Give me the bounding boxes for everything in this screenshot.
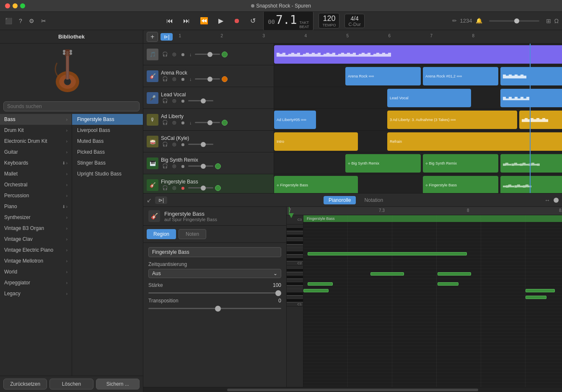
minimize-button[interactable] [13, 3, 18, 8]
piano-key-bb2[interactable] [287, 269, 303, 272]
region-lead-vocal-1[interactable]: Lead Vocal [387, 89, 471, 107]
socal-volume[interactable] [188, 144, 213, 145]
note-3[interactable] [370, 272, 404, 276]
region-socal-intro[interactable]: Intro [274, 132, 358, 151]
piano-key-gb[interactable] [287, 241, 303, 245]
region-ad-liberty-1[interactable]: Ad Liberty#05 ∞∞ [274, 111, 316, 129]
region-fingerstyle-2[interactable]: ⟡ Fingerstyle Bass [423, 176, 498, 193]
quantize-dropdown[interactable]: Aus ⌄ [148, 269, 281, 278]
save-button[interactable]: Sichern ... [96, 379, 140, 389]
help-button[interactable]: ? [17, 16, 24, 26]
region-arena-rock-2[interactable]: Arena Rock #01,2 ∞∞ [423, 67, 498, 85]
piano-key-e[interactable] [287, 248, 303, 251]
tab-pianorolle[interactable]: Pianorolle [324, 196, 356, 204]
track-1-solo[interactable]: ◎ [171, 51, 178, 57]
big-synth-mute[interactable]: 🎧 [161, 163, 169, 169]
sidebar-item-orchestral[interactable]: Orchestral › [0, 179, 72, 190]
arena-rock-volume[interactable] [195, 78, 220, 80]
region-ad-liberty-3[interactable]: ▅▇▅▇▅▇▅▇▅ [519, 111, 562, 129]
piano-key-ab2[interactable] [287, 276, 303, 279]
sidebar-item-vintage-mellotron[interactable]: Vintage Mellotron › [0, 255, 72, 266]
note-4[interactable] [438, 272, 471, 276]
piano-key-g2[interactable] [287, 279, 303, 282]
pencil-icon[interactable]: ✏ [452, 18, 457, 24]
big-synth-volume[interactable] [188, 165, 213, 167]
region-big-synth-2[interactable]: ⟡ Big Synth Remix [423, 154, 498, 173]
piano-roll-knob[interactable] [554, 198, 559, 203]
horizontal-scrollbar[interactable] [143, 387, 562, 392]
sidebar-item-piano[interactable]: Piano ⬇ › [0, 201, 72, 212]
master-volume-thumb[interactable] [514, 18, 519, 23]
region-fingerstyle-3[interactable]: ▃▄▅▃▄▅▃▄▅▃ [500, 176, 562, 193]
track-1-volume[interactable] [195, 54, 220, 55]
piano-key-gb2[interactable] [287, 282, 303, 286]
scrollbar-thumb[interactable] [227, 389, 478, 391]
region-big-synth-1[interactable]: ⟡ Big Synth Remix [345, 154, 421, 173]
record-button[interactable]: ⏺ [231, 15, 243, 26]
big-synth-solo[interactable]: ◎ [171, 163, 178, 169]
ad-liberty-record[interactable]: ⏺ [179, 120, 186, 126]
socal-record[interactable]: ⏺ [179, 142, 186, 147]
add-track-button[interactable]: + [147, 32, 158, 42]
note-7[interactable] [526, 289, 555, 292]
tempo-display[interactable]: 120 TEMPO [319, 13, 339, 28]
subcat-fingerstyle[interactable]: Fingerstyle Bass [72, 114, 143, 125]
big-synth-record[interactable]: ⏺ [179, 163, 186, 169]
region-fingerstyle-1[interactable]: ⟡ Fingerstyle Bass [274, 176, 358, 193]
sidebar-item-arpeggiator[interactable]: Arpeggiator › [0, 277, 72, 288]
fingerstyle-solo[interactable]: ◎ [171, 185, 178, 191]
lead-vocal-solo[interactable]: ◎ [171, 98, 178, 104]
equalizer-icon[interactable]: Ω [554, 18, 559, 24]
region-lead-vocal-2[interactable]: ▆▃▆▃▆▃▆▃▆ [500, 89, 562, 107]
fingerstyle-mute[interactable]: 🎧 [161, 185, 169, 191]
socal-mute[interactable]: 🎧 [161, 141, 169, 147]
track-1-mute[interactable]: 🎧 [161, 51, 169, 57]
tab-noten[interactable]: Noten [179, 229, 206, 239]
subcat-stinger[interactable]: Stinger Bass [72, 157, 143, 168]
piano-key-d2[interactable] [287, 296, 303, 299]
smart-controls-button[interactable]: ⊳| [161, 33, 173, 41]
ad-liberty-mute[interactable]: 🎧 [161, 119, 169, 126]
region-ad-liberty-2[interactable]: 3 Ad Liberty: 3. Aufnahme (3 Takes) ∞∞ [387, 111, 517, 129]
region-arena-rock-3[interactable]: ▇▅▇▅▇▅▇▅ [500, 67, 562, 85]
sidebar-item-guitar[interactable]: Guitar › [0, 147, 72, 157]
sidebar-item-synthesizer[interactable]: Synthesizer › [0, 212, 72, 223]
subcat-muted[interactable]: Muted Bass [72, 136, 143, 147]
sidebar-item-legacy[interactable]: Legacy › [0, 288, 72, 299]
arena-rock-record[interactable]: ⏺ [179, 76, 186, 82]
piano-key-a2[interactable] [287, 272, 303, 276]
ad-liberty-knob[interactable] [222, 120, 228, 126]
region-arena-rock-1[interactable]: Arena Rock ∞∞ [345, 67, 421, 85]
subcat-picked[interactable]: Picked Bass [72, 147, 143, 157]
lead-vocal-mute[interactable]: 🎧 [161, 98, 169, 104]
sidebar-toggle-button[interactable]: ⬛ [3, 16, 14, 26]
track-1-knob[interactable] [222, 52, 228, 57]
transpose-slider[interactable] [148, 308, 281, 309]
rewind-button[interactable]: ⏮ [164, 15, 176, 26]
piano-key-ab[interactable] [287, 235, 303, 238]
sidebar-item-percussion[interactable]: Percussion › [0, 190, 72, 201]
skip-back-button[interactable]: ⏪ [197, 15, 211, 26]
track-1-input[interactable]: ↓ [188, 52, 193, 57]
note-grid[interactable]: Fingerstyle Bass [303, 215, 562, 392]
piano-key-f[interactable] [287, 245, 303, 248]
piano-key-db[interactable] [287, 258, 303, 261]
piano-key-eb[interactable] [287, 251, 303, 255]
note-8[interactable] [526, 296, 546, 299]
arena-rock-solo[interactable]: ◎ [171, 76, 178, 82]
bell-icon[interactable]: 🔔 [476, 18, 482, 24]
sidebar-item-drumkit[interactable]: Drum Kit › [0, 125, 72, 136]
fingerstyle-volume[interactable] [188, 187, 213, 188]
lead-vocal-record[interactable]: ⏺ [179, 98, 186, 104]
scissors-button[interactable]: ✂ [39, 16, 48, 26]
ad-liberty-volume[interactable] [195, 122, 220, 123]
fingerstyle-record[interactable]: ⏺ [179, 185, 186, 191]
subcat-upright[interactable]: Upright Studio Bass [72, 168, 143, 179]
fingerstyle-knob[interactable] [215, 185, 221, 191]
playhead[interactable] [530, 44, 531, 193]
big-synth-knob[interactable] [215, 163, 221, 169]
ad-liberty-input[interactable]: ↓ [188, 120, 193, 126]
close-button[interactable] [5, 3, 10, 8]
socal-solo[interactable]: ◎ [171, 141, 178, 147]
arena-rock-input[interactable]: ↓ [188, 76, 193, 82]
